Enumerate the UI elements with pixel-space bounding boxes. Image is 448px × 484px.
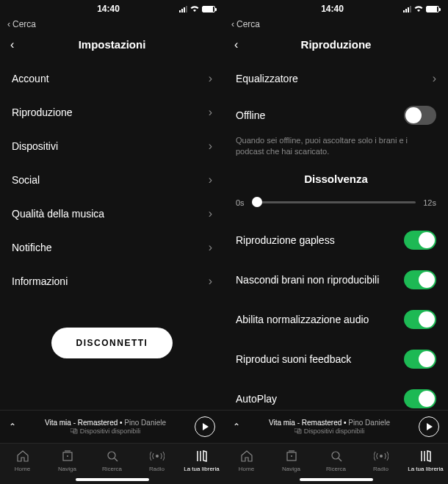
play-icon — [203, 423, 209, 430]
settings-row[interactable]: Social› — [0, 163, 224, 197]
back-label: Cerca — [12, 19, 36, 29]
chevron-right-icon: › — [209, 106, 212, 119]
tab-browse[interactable]: Naviga — [269, 444, 314, 475]
toggle-row: Abilita normalizzazione audio — [224, 300, 448, 339]
track-artist: Pino Daniele — [348, 419, 390, 427]
settings-row[interactable]: Qualità della musica› — [0, 197, 224, 231]
search-icon — [328, 448, 344, 464]
back-button[interactable]: ‹ — [234, 38, 238, 51]
gapless-toggle[interactable] — [404, 231, 436, 250]
settings-row[interactable]: Account› — [0, 62, 224, 95]
offline-row: Offline — [224, 95, 448, 135]
battery-icon — [426, 6, 439, 12]
tab-library[interactable]: La tua libreria — [179, 444, 224, 475]
settings-row[interactable]: Riproduzione› — [0, 95, 224, 129]
chevron-left-icon: ‹ — [231, 19, 234, 29]
svg-point-5 — [156, 455, 159, 458]
battery-icon — [202, 6, 215, 12]
header: ‹ Riproduzione — [224, 34, 448, 62]
svg-rect-1 — [73, 430, 77, 433]
signal-icon — [179, 6, 187, 12]
settings-row[interactable]: Dispositivi› — [0, 129, 224, 163]
slider-max: 12s — [423, 198, 436, 207]
svg-point-9 — [291, 455, 292, 457]
offline-toggle[interactable] — [404, 106, 436, 125]
clock: 14:40 — [270, 4, 395, 14]
playback-settings: Equalizzatore› Offline Quando sei offlin… — [224, 62, 448, 410]
devices-label: Dispositivi disponibili — [80, 427, 141, 435]
browse-icon — [283, 448, 300, 464]
chevron-right-icon: › — [433, 72, 436, 85]
svg-point-4 — [108, 452, 115, 459]
tab-search[interactable]: Ricerca — [90, 444, 134, 475]
settings-row[interactable]: Informazioni› — [0, 264, 224, 298]
chevron-right-icon: › — [209, 72, 212, 85]
settings-row[interactable]: Notifiche› — [0, 231, 224, 264]
tab-radio[interactable]: Radio — [134, 444, 179, 475]
wifi-icon — [189, 5, 200, 12]
offline-hint: Quando sei offline, puoi ascoltare solo … — [224, 135, 448, 165]
disconnect-button[interactable]: DISCONNETTI — [51, 328, 173, 358]
toggle-row: AutoPlay — [224, 379, 448, 410]
normalize-toggle[interactable] — [404, 310, 436, 329]
now-playing-bar[interactable]: ⌃ Vita mia - Remastered • Pino Daniele D… — [0, 410, 224, 443]
equalizer-row[interactable]: Equalizzatore› — [224, 62, 448, 95]
chevron-right-icon: › — [209, 173, 212, 187]
radio-icon — [149, 448, 165, 464]
crossfade-slider[interactable] — [252, 201, 416, 203]
home-icon — [15, 448, 31, 464]
clock: 14:40 — [46, 4, 171, 14]
header: ‹ Impostazioni — [0, 34, 224, 62]
home-indicator[interactable] — [0, 475, 224, 484]
search-icon — [104, 448, 120, 464]
crossfade-slider-row: 0s 12s — [224, 198, 448, 220]
back-button[interactable]: ‹ — [10, 38, 14, 51]
tab-home[interactable]: Home — [224, 444, 269, 475]
toggle-row: Riproduci suoni feedback — [224, 339, 448, 379]
browse-icon — [59, 448, 76, 464]
library-icon — [194, 448, 210, 464]
settings-screen: 14:40 ‹ Cerca ‹ Impostazioni Account› Ri… — [0, 0, 224, 484]
tab-library[interactable]: La tua libreria — [403, 444, 448, 475]
status-bar: 14:40 — [0, 0, 224, 18]
play-button[interactable] — [195, 416, 215, 437]
toggle-row: Nascondi brani non riproducibili — [224, 260, 448, 300]
tab-bar: Home Naviga Ricerca Radio La tua libreri… — [224, 443, 448, 475]
chevron-right-icon: › — [209, 140, 212, 153]
tab-search[interactable]: Ricerca — [314, 444, 358, 475]
tab-browse[interactable]: Naviga — [45, 444, 90, 475]
svg-rect-7 — [297, 430, 301, 433]
svg-point-3 — [67, 455, 68, 457]
track-title: Vita mia - Remastered — [45, 419, 118, 427]
nav-back[interactable]: ‹ Cerca — [0, 18, 224, 34]
wifi-icon — [413, 5, 424, 12]
svg-rect-0 — [71, 428, 76, 432]
feedback-sounds-toggle[interactable] — [404, 350, 436, 369]
chevron-up-icon[interactable]: ⌃ — [233, 422, 240, 432]
autoplay-toggle[interactable] — [404, 389, 436, 408]
play-button[interactable] — [419, 416, 439, 437]
tab-home[interactable]: Home — [0, 444, 45, 475]
svg-rect-6 — [295, 428, 300, 432]
page-title: Riproduzione — [301, 38, 372, 51]
chevron-up-icon[interactable]: ⌃ — [9, 422, 16, 432]
devices-label: Dispositivi disponibili — [304, 427, 365, 435]
nav-back[interactable]: ‹ Cerca — [224, 18, 448, 34]
chevron-right-icon: › — [209, 241, 212, 254]
now-playing-bar[interactable]: ⌃ Vita mia - Remastered • Pino Daniele D… — [224, 410, 448, 443]
play-icon — [427, 423, 433, 430]
devices-icon — [71, 428, 78, 434]
signal-icon — [403, 6, 411, 12]
svg-point-10 — [332, 452, 339, 459]
tab-radio[interactable]: Radio — [358, 444, 403, 475]
hide-unplayable-toggle[interactable] — [404, 270, 436, 289]
home-icon — [239, 448, 255, 464]
home-indicator[interactable] — [224, 475, 448, 484]
chevron-left-icon: ‹ — [7, 19, 10, 29]
track-artist: Pino Daniele — [124, 419, 166, 427]
library-icon — [418, 448, 434, 464]
radio-icon — [373, 448, 389, 464]
crossfade-title: Dissolvenza — [224, 165, 448, 198]
toggle-row: Riproduzione gapless — [224, 220, 448, 260]
playback-screen: 14:40 ‹ Cerca ‹ Riproduzione Equalizzato… — [224, 0, 448, 484]
